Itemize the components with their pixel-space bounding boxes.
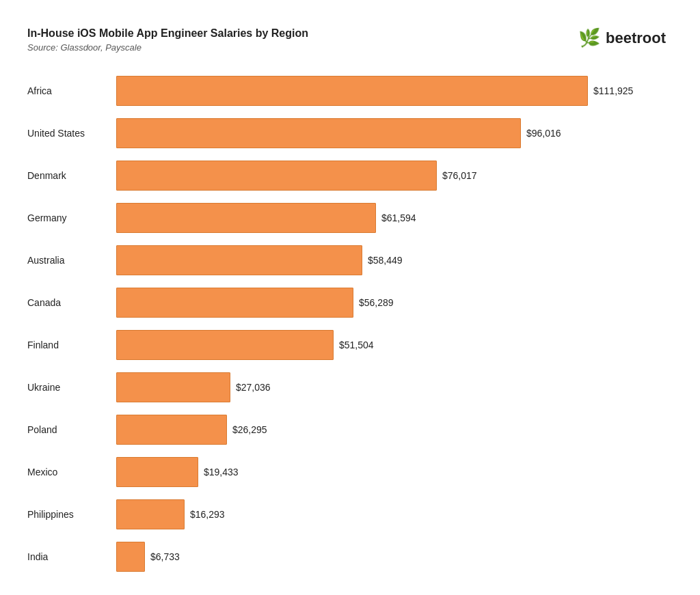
region-label: Germany (27, 212, 116, 223)
title-block: In-House iOS Mobile App Engineer Salarie… (27, 27, 308, 53)
chart-row: Poland$26,295 (27, 412, 666, 447)
bar (116, 203, 376, 233)
chart-title: In-House iOS Mobile App Engineer Salarie… (27, 27, 308, 40)
bar-container: $26,295 (116, 415, 666, 445)
region-label: Canada (27, 297, 116, 308)
bar-container: $51,504 (116, 330, 666, 360)
bar (116, 542, 145, 572)
bar (116, 161, 437, 191)
chart-row: Australia$58,449 (27, 243, 666, 278)
bar-container: $96,016 (116, 118, 666, 148)
bar (116, 499, 185, 529)
region-label: Ukraine (27, 382, 116, 393)
bar-container: $76,017 (116, 161, 666, 191)
region-label: United States (27, 128, 116, 139)
region-label: Poland (27, 424, 116, 435)
bar-container: $111,925 (116, 76, 666, 106)
chart-row: Germany$61,594 (27, 200, 666, 236)
chart-row: Mexico$19,433 (27, 454, 666, 490)
bar-container: $56,289 (116, 288, 666, 318)
bar (116, 118, 521, 148)
bar (116, 288, 353, 318)
chart-header: In-House iOS Mobile App Engineer Salarie… (27, 27, 666, 53)
bar-value: $6,733 (150, 551, 180, 562)
bar-value: $19,433 (204, 467, 239, 478)
bar (116, 457, 198, 487)
bar (116, 415, 227, 445)
region-label: Africa (27, 85, 116, 96)
chart-row: United States$96,016 (27, 115, 666, 151)
chart-row: India$6,733 (27, 539, 666, 575)
bar-value: $51,504 (339, 340, 374, 350)
chart-subtitle: Source: Glassdoor, Payscale (27, 42, 308, 53)
bar-value: $26,295 (232, 424, 267, 435)
bar-value: $111,925 (593, 85, 633, 96)
bar-value: $27,036 (236, 382, 271, 393)
region-label: Australia (27, 255, 116, 266)
bar-value: $96,016 (526, 128, 561, 139)
chart-row: Denmark$76,017 (27, 158, 666, 193)
bar-container: $27,036 (116, 372, 666, 402)
region-label: Finland (27, 340, 116, 350)
bar-container: $6,733 (116, 542, 666, 572)
bar-container: $61,594 (116, 203, 666, 233)
region-label: Philippines (27, 509, 116, 520)
region-label: India (27, 551, 116, 562)
chart-row: Canada$56,289 (27, 285, 666, 320)
logo-icon: 🌿 (578, 27, 600, 49)
bar-value: $76,017 (442, 170, 477, 181)
chart-area: Africa$111,925United States$96,016Denmar… (27, 73, 666, 575)
chart-row: Philippines$16,293 (27, 497, 666, 532)
logo-text: beetroot (606, 29, 666, 47)
bar-container: $16,293 (116, 499, 666, 529)
bar (116, 76, 588, 106)
bar (116, 330, 334, 360)
bar (116, 245, 362, 275)
bar-value: $16,293 (190, 509, 225, 520)
region-label: Mexico (27, 467, 116, 478)
chart-row: Ukraine$27,036 (27, 370, 666, 405)
region-label: Denmark (27, 170, 116, 181)
page-container: In-House iOS Mobile App Engineer Salarie… (0, 0, 700, 595)
bar (116, 372, 230, 402)
logo: 🌿 beetroot (578, 27, 666, 49)
bar-value: $56,289 (359, 297, 394, 308)
bar-value: $61,594 (381, 212, 416, 223)
bar-container: $58,449 (116, 245, 666, 275)
chart-row: Finland$51,504 (27, 327, 666, 363)
bar-container: $19,433 (116, 457, 666, 487)
bar-value: $58,449 (368, 255, 403, 266)
chart-row: Africa$111,925 (27, 73, 666, 109)
